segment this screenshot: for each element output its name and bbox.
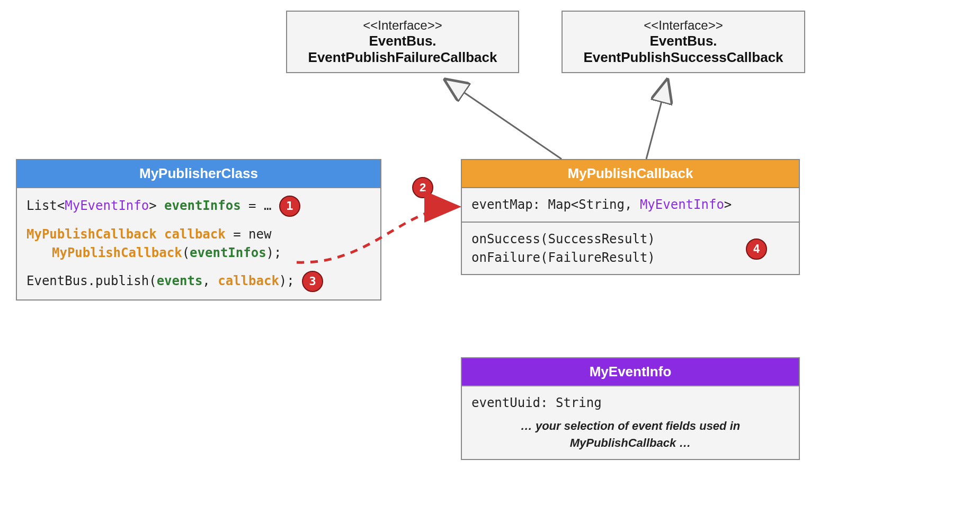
interface-failure-name2: EventPublishFailureCallback — [298, 49, 507, 66]
callback-title: MyPublishCallback — [462, 160, 799, 188]
code-text: ( — [182, 245, 190, 260]
publisher-body: List<MyEventInfo> eventInfos = … 1 MyPub… — [17, 188, 380, 299]
code-text: > — [149, 198, 164, 213]
publisher-line4: EventBus.publish(events, callback); 3 — [26, 271, 371, 292]
code-text: , — [202, 273, 218, 288]
realize-arrow-success — [646, 80, 667, 159]
type-ref: MyPublishCallback — [26, 227, 157, 242]
code-text: ); — [279, 273, 302, 288]
type-ref: MyEventInfo — [640, 197, 724, 212]
interface-failure-stereo: <<Interface>> — [298, 18, 507, 33]
eventinfo-attr: eventUuid: String — [471, 394, 789, 412]
callback-m2: onFailure(FailureResult) — [471, 249, 789, 267]
badge-2: 2 — [412, 177, 433, 198]
type-ref: MyEventInfo — [65, 198, 149, 213]
eventinfo-class-box: MyEventInfo eventUuid: String … your sel… — [461, 357, 800, 460]
code-text: EventBus.publish( — [26, 273, 157, 288]
publisher-line1: List<MyEventInfo> eventInfos = … 1 — [26, 196, 371, 217]
publisher-title: MyPublisherClass — [17, 160, 380, 188]
arg-name: eventInfos — [190, 245, 266, 260]
realize-arrow-failure — [445, 80, 562, 159]
code-text: = new — [226, 227, 272, 242]
publisher-line3: MyPublishCallback(eventInfos); — [26, 244, 371, 262]
interface-failure-box: <<Interface>> EventBus. EventPublishFail… — [286, 11, 519, 73]
var-name: callback — [157, 227, 226, 242]
interface-failure-name1: EventBus. — [298, 33, 507, 49]
interface-success-name1: EventBus. — [573, 33, 794, 49]
code-text: List< — [26, 198, 65, 213]
badge-1: 1 — [279, 196, 300, 217]
code-text: eventMap: Map<String, — [471, 197, 640, 212]
badge-3: 3 — [302, 271, 323, 292]
callback-class-box: MyPublishCallback eventMap: Map<String, … — [461, 159, 800, 275]
eventinfo-note: … your selection of event fields used in… — [471, 418, 789, 452]
ctor-name: MyPublishCallback — [52, 245, 182, 260]
arg-name: events — [157, 273, 203, 288]
interface-success-name2: EventPublishSuccessCallback — [573, 49, 794, 66]
var-name: eventInfos — [164, 198, 241, 213]
eventinfo-title: MyEventInfo — [462, 358, 799, 386]
callback-m1: onSuccess(SuccessResult) — [471, 230, 789, 249]
code-text: ); — [266, 245, 282, 260]
interface-success-stereo: <<Interface>> — [573, 18, 794, 33]
callback-methods: onSuccess(SuccessResult) onFailure(Failu… — [462, 222, 799, 275]
arg-name: callback — [218, 273, 279, 288]
badge-4: 4 — [746, 238, 767, 260]
eventinfo-body: eventUuid: String … your selection of ev… — [462, 386, 799, 459]
code-text: = … — [241, 198, 279, 213]
callback-attrs: eventMap: Map<String, MyEventInfo> — [462, 188, 799, 222]
code-text: > — [724, 197, 732, 212]
publisher-class-box: MyPublisherClass List<MyEventInfo> event… — [16, 159, 381, 301]
interface-success-box: <<Interface>> EventBus. EventPublishSucc… — [562, 11, 805, 73]
publisher-line2: MyPublishCallback callback = new — [26, 225, 371, 244]
